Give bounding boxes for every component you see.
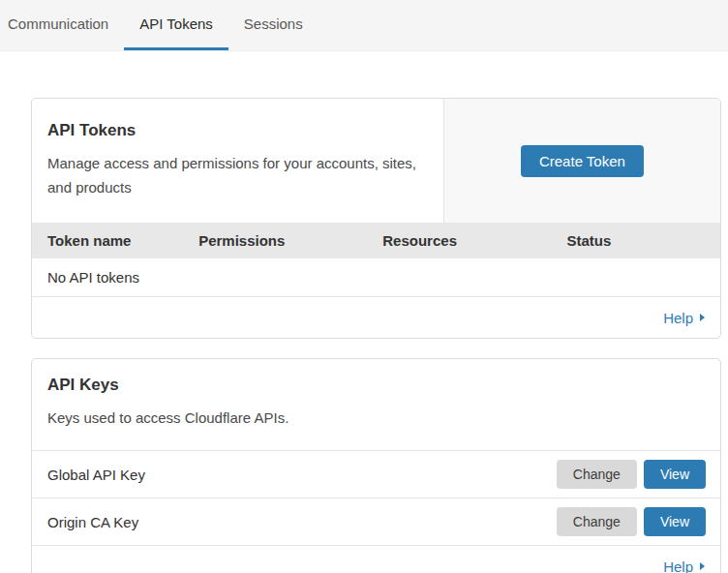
api-key-label-origin-ca: Origin CA Key: [47, 514, 557, 530]
tab-sessions[interactable]: Sessions: [228, 0, 318, 50]
token-table-empty-message: No API tokens: [32, 258, 720, 297]
view-global-api-key-button[interactable]: View: [644, 460, 706, 489]
api-tokens-help-row: Help: [32, 297, 720, 338]
api-tokens-help-link[interactable]: Help: [663, 310, 705, 326]
column-permissions: Permissions: [198, 232, 382, 249]
api-keys-title: API Keys: [47, 376, 705, 395]
change-global-api-key-button[interactable]: Change: [557, 460, 637, 489]
api-key-row-global: Global API Key Change View: [32, 451, 720, 498]
api-keys-help-link[interactable]: Help: [663, 558, 705, 573]
api-keys-help-row: Help: [32, 546, 720, 573]
api-tokens-card-header-action: Create Token: [444, 99, 720, 223]
help-arrow-icon: [700, 314, 705, 321]
help-link-label: Help: [663, 310, 693, 326]
help-link-label: Help: [663, 558, 693, 573]
api-tokens-card-header: API Tokens Manage access and permissions…: [32, 99, 720, 223]
api-keys-card: API Keys Keys used to access Cloudflare …: [31, 358, 721, 573]
main-content: API Tokens Manage access and permissions…: [0, 51, 728, 573]
api-tokens-title: API Tokens: [47, 121, 428, 140]
column-status: Status: [566, 232, 705, 249]
api-tokens-card: API Tokens Manage access and permissions…: [31, 98, 721, 339]
api-key-row-origin-ca: Origin CA Key Change View: [32, 498, 720, 546]
api-tokens-card-header-text: API Tokens Manage access and permissions…: [32, 99, 444, 223]
api-keys-description: Keys used to access Cloudflare APIs.: [47, 406, 435, 430]
help-arrow-icon: [700, 562, 705, 570]
api-keys-card-header: API Keys Keys used to access Cloudflare …: [32, 359, 720, 451]
tab-bar: Communication API Tokens Sessions: [0, 0, 728, 51]
tab-communication[interactable]: Communication: [8, 0, 124, 50]
tab-api-tokens[interactable]: API Tokens: [124, 0, 228, 50]
view-origin-ca-key-button[interactable]: View: [644, 507, 706, 536]
change-origin-ca-key-button[interactable]: Change: [557, 507, 637, 536]
api-tokens-description: Manage access and permissions for your a…: [47, 151, 428, 199]
column-resources: Resources: [382, 232, 566, 249]
token-table-header: Token name Permissions Resources Status: [32, 223, 720, 258]
column-token-name: Token name: [47, 232, 198, 249]
create-token-button[interactable]: Create Token: [521, 145, 644, 177]
api-key-label-global: Global API Key: [47, 467, 557, 483]
